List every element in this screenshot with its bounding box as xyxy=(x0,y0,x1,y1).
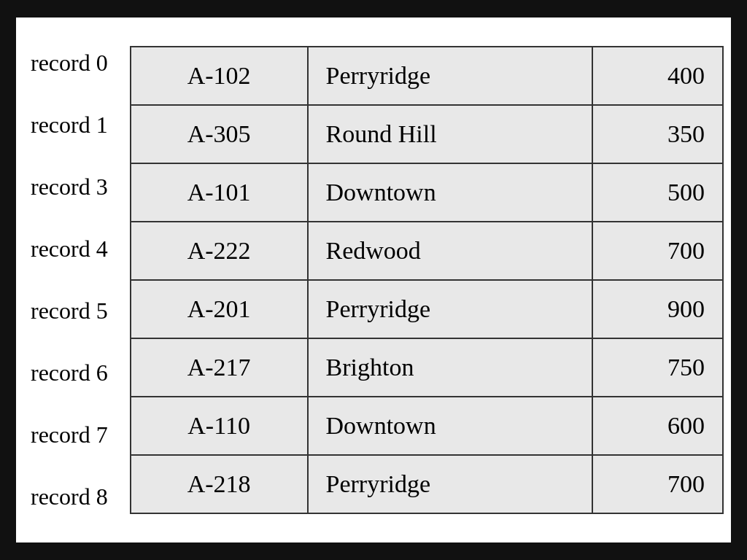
record-label-0: record 0 xyxy=(31,34,108,93)
account-cell: A-217 xyxy=(131,338,308,397)
table-row: A-218Perryridge700 xyxy=(131,455,723,513)
balance-cell: 700 xyxy=(592,455,723,513)
record-label-3: record 4 xyxy=(31,220,108,279)
record-label-2: record 3 xyxy=(31,158,108,217)
branch-cell: Downtown xyxy=(308,397,592,455)
branch-cell: Downtown xyxy=(308,163,592,222)
branch-cell: Perryridge xyxy=(308,280,592,338)
balance-cell: 900 xyxy=(592,280,723,338)
balance-cell: 500 xyxy=(592,163,723,222)
balance-cell: 600 xyxy=(592,397,723,455)
main-container: record 0record 1record 3record 4record 5… xyxy=(16,18,731,542)
account-cell: A-222 xyxy=(131,222,308,280)
branch-cell: Perryridge xyxy=(308,455,592,513)
record-label-4: record 5 xyxy=(31,282,108,341)
record-label-1: record 1 xyxy=(31,96,108,155)
branch-cell: Perryridge xyxy=(308,47,592,105)
account-cell: A-110 xyxy=(131,397,308,455)
balance-cell: 400 xyxy=(592,47,723,105)
table-row: A-102Perryridge400 xyxy=(131,47,723,105)
table-row: A-222Redwood700 xyxy=(131,222,723,280)
record-label-7: record 8 xyxy=(31,468,108,526)
balance-cell: 700 xyxy=(592,222,723,280)
account-cell: A-305 xyxy=(131,105,308,163)
table-row: A-101Downtown500 xyxy=(131,163,723,222)
balance-cell: 350 xyxy=(592,105,723,163)
branch-cell: Round Hill xyxy=(308,105,592,163)
branch-cell: Brighton xyxy=(308,338,592,397)
account-cell: A-218 xyxy=(131,455,308,513)
table-row: A-201Perryridge900 xyxy=(131,280,723,338)
data-table: A-102Perryridge400A-305Round Hill350A-10… xyxy=(130,46,724,514)
table-row: A-110Downtown600 xyxy=(131,397,723,455)
account-cell: A-101 xyxy=(131,163,308,222)
table-row: A-217Brighton750 xyxy=(131,338,723,397)
record-label-6: record 7 xyxy=(31,406,108,464)
account-cell: A-102 xyxy=(131,47,308,105)
table-row: A-305Round Hill350 xyxy=(131,105,723,163)
balance-cell: 750 xyxy=(592,338,723,397)
account-cell: A-201 xyxy=(131,280,308,338)
record-labels: record 0record 1record 3record 4record 5… xyxy=(23,32,115,528)
branch-cell: Redwood xyxy=(308,222,592,280)
record-label-5: record 6 xyxy=(31,344,108,402)
